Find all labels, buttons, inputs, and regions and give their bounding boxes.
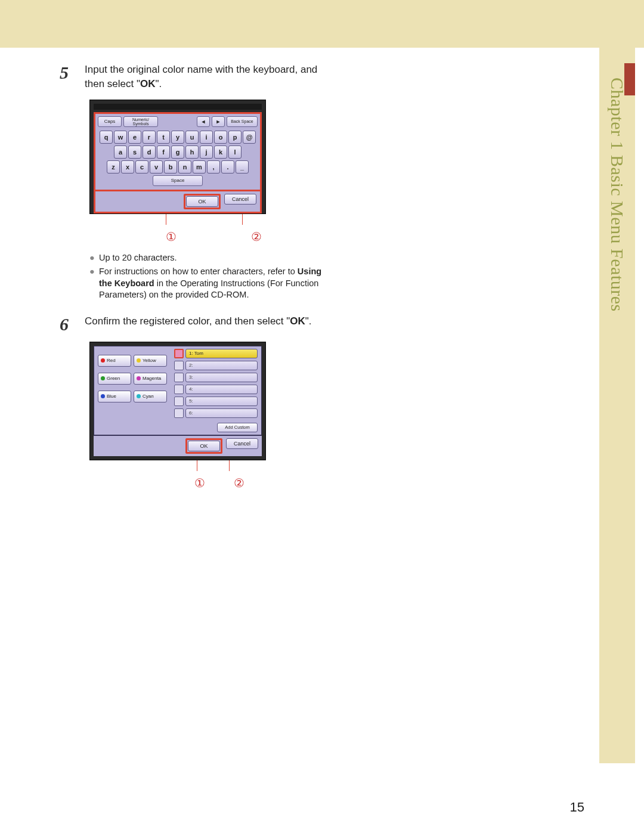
step-5: 5 Input the original color name with the… (60, 63, 334, 91)
kbd-callout-lines (60, 214, 334, 227)
kbd-panel: Caps Numeric/ Symbols ◄ ► Back Space qwe… (94, 112, 262, 190)
slot-swatch-3[interactable] (174, 373, 184, 382)
key-h[interactable]: h (185, 145, 199, 159)
key-w[interactable]: w (114, 131, 127, 144)
slot-field-4[interactable]: 4: (185, 385, 258, 394)
color-footer: OK Cancel (94, 435, 262, 456)
key-d[interactable]: d (143, 145, 156, 159)
key-i[interactable]: i (200, 131, 213, 144)
bullet-icon: ● (89, 252, 95, 264)
arrow-right-button[interactable]: ► (212, 116, 225, 127)
slot-field-5[interactable]: 5: (185, 397, 258, 406)
chapter-side-strip: Chapter 1 Basic Menu Features (599, 48, 635, 763)
color-confirm-screenshot: RedYellowGreenMagentaBlueCyan 1: Tom 2:3… (89, 342, 266, 460)
key-g[interactable]: g (171, 145, 184, 159)
key-n[interactable]: n (178, 160, 191, 174)
key-y[interactable]: y (171, 131, 184, 144)
ok-highlight: OK (184, 194, 221, 209)
step-text-a: Confirm the registered color, and then s… (85, 315, 290, 327)
color-callout-lines (60, 460, 334, 473)
add-custom-button[interactable]: Add Custom (217, 423, 258, 432)
preset-color-red[interactable]: Red (98, 355, 131, 367)
slot-swatch-6[interactable] (174, 408, 184, 418)
kbd-cancel-button[interactable]: Cancel (224, 194, 256, 205)
caps-button[interactable]: Caps (98, 116, 122, 127)
key-o[interactable]: o (214, 131, 227, 144)
step-text-bold: OK (290, 315, 305, 327)
preset-color-blue[interactable]: Blue (98, 391, 131, 402)
note-2: For instructions on how to enter charact… (99, 266, 334, 301)
step-text-a: Input the original color name with the k… (85, 64, 317, 89)
key-m[interactable]: m (193, 160, 206, 174)
slot-swatch-2[interactable] (174, 361, 184, 370)
callout-2: ② (234, 476, 244, 490)
callout-2: ② (251, 230, 262, 244)
key-p[interactable]: p (228, 131, 242, 144)
preset-color-magenta[interactable]: Magenta (134, 373, 167, 385)
slot-swatch-5[interactable] (174, 397, 184, 406)
step-6: 6 Confirm the registered color, and then… (60, 314, 334, 333)
key-c[interactable]: c (135, 160, 148, 174)
ok-highlight: OK (185, 438, 222, 454)
key-a[interactable]: a (114, 145, 127, 159)
blue-dot-icon (101, 394, 105, 398)
green-dot-icon (101, 376, 105, 380)
kbd-ok-button[interactable]: OK (186, 196, 218, 207)
step-text-b: ". (305, 315, 312, 327)
step-number: 6 (60, 314, 75, 333)
bullet-icon: ● (89, 266, 95, 301)
key-s[interactable]: s (128, 145, 141, 159)
kbd-row-1: qwertyuiop@ (98, 131, 258, 144)
kbd-footer: OK Cancel (94, 190, 262, 213)
step-text-b: ". (155, 78, 162, 89)
slot-field-2[interactable]: 2: (185, 361, 258, 370)
slot-swatch-4[interactable] (174, 385, 184, 394)
key-j[interactable]: j (200, 145, 213, 159)
step-text: Confirm the registered color, and then s… (85, 314, 334, 333)
cyan-dot-icon (137, 394, 141, 398)
kbd-circled-callouts: ① ② (89, 230, 334, 244)
key-q[interactable]: q (100, 131, 113, 144)
slot-swatch-1[interactable] (174, 349, 184, 358)
slot-field-3[interactable]: 3: (185, 373, 258, 382)
space-button[interactable]: Space (153, 175, 203, 186)
preset-color-yellow[interactable]: Yellow (134, 355, 167, 367)
chapter-side-label: Chapter 1 Basic Menu Features (607, 78, 627, 312)
step-text-bold: OK (140, 78, 156, 89)
color-ok-button[interactable]: OK (188, 441, 220, 451)
slot-field-1[interactable]: 1: Tom (185, 349, 258, 358)
kbd-row-2: asdfghjkl (98, 145, 258, 159)
key-r[interactable]: r (143, 131, 156, 144)
key-t[interactable]: t (157, 131, 170, 144)
key-z[interactable]: z (107, 160, 120, 174)
preset-color-green[interactable]: Green (98, 373, 131, 385)
color-cancel-button[interactable]: Cancel (226, 438, 258, 449)
page-number: 15 (570, 800, 584, 815)
key-f[interactable]: f (157, 145, 170, 159)
key-b[interactable]: b (164, 160, 177, 174)
key-.[interactable]: . (221, 160, 234, 174)
preset-color-cyan[interactable]: Cyan (134, 391, 167, 402)
key-l[interactable]: l (228, 145, 242, 159)
note-1: Up to 20 characters. (99, 252, 177, 264)
red-dot-icon (101, 358, 105, 363)
step-text: Input the original color name with the k… (85, 63, 334, 91)
main-content: 5 Input the original color name with the… (60, 63, 334, 498)
backspace-button[interactable]: Back Space (227, 116, 258, 127)
key-e[interactable]: e (128, 131, 141, 144)
key-x[interactable]: x (121, 160, 134, 174)
key-,[interactable]: , (207, 160, 220, 174)
preset-color-panel: RedYellowGreenMagentaBlueCyan (94, 346, 172, 435)
key-v[interactable]: v (150, 160, 163, 174)
kbd-titlebar (94, 104, 262, 110)
key-u[interactable]: u (185, 131, 199, 144)
key-k[interactable]: k (214, 145, 227, 159)
slot-field-6[interactable]: 6: (185, 408, 258, 418)
kbd-row-3: zxcvbnm,._ (98, 160, 258, 174)
numeric-symbols-button[interactable]: Numeric/ Symbols (123, 116, 158, 127)
magenta-dot-icon (137, 376, 141, 380)
arrow-left-button[interactable]: ◄ (197, 116, 210, 127)
key-@[interactable]: @ (243, 131, 256, 144)
key-_[interactable]: _ (236, 160, 249, 174)
step-number: 5 (60, 63, 75, 91)
